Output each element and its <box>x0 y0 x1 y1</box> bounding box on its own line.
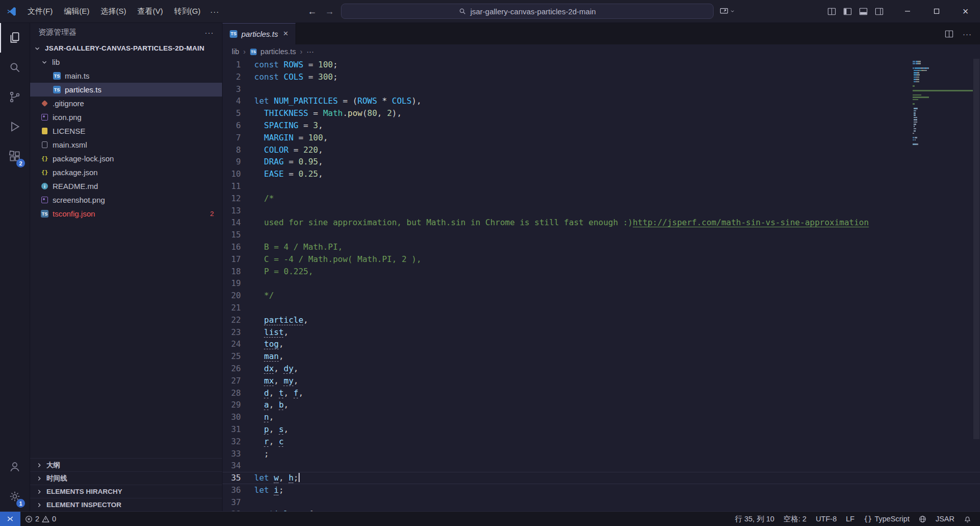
nav-back-button[interactable]: ← <box>306 6 317 17</box>
code-line-10[interactable]: 10 EASE = 0.25, <box>223 168 980 180</box>
globe-icon[interactable] <box>914 515 931 523</box>
code-line-7[interactable]: 7 MARGIN = 100, <box>223 132 980 144</box>
code-line-17[interactable]: 17 C = -4 / Math.pow( Math.PI, 2 ), <box>223 253 980 266</box>
settings-gear-icon[interactable]: 1 <box>0 482 30 511</box>
editor-more-button[interactable]: ··· <box>963 30 972 38</box>
tree-file-README.md[interactable]: iREADME.md <box>30 179 222 193</box>
code-line-35[interactable]: 35let w, h; <box>223 472 980 484</box>
code-line-28[interactable]: 28 d, t, f, <box>223 387 980 399</box>
source-control-icon[interactable] <box>0 82 30 112</box>
code-line-1[interactable]: 1const ROWS = 100; <box>223 59 980 71</box>
nav-forward-button[interactable]: → <box>324 6 335 17</box>
code-line-21[interactable]: 21 <box>223 302 980 314</box>
menu-more-button[interactable]: ··· <box>206 5 224 18</box>
code-line-3[interactable]: 3 <box>223 83 980 95</box>
menu-文件(F)[interactable]: 文件(F) <box>22 4 58 19</box>
remote-indicator[interactable] <box>0 512 20 526</box>
minimap[interactable] <box>913 61 973 146</box>
code-line-38[interactable]: 38particle = { <box>223 508 980 511</box>
command-center[interactable]: jsar-gallery-canvas-particles-2d-main <box>341 4 714 19</box>
code-line-36[interactable]: 36let i; <box>223 484 980 496</box>
tree-file-LICENSE[interactable]: LICENSE <box>30 124 222 138</box>
panel-时间线[interactable]: 时间线 <box>30 471 222 485</box>
cast-button[interactable] <box>720 8 735 15</box>
toggle-primary-sidebar-icon[interactable] <box>843 8 852 15</box>
code-line-22[interactable]: 22 particle, <box>223 314 980 326</box>
eol-sequence[interactable]: LF <box>841 515 859 523</box>
tab-particles-ts[interactable]: TS particles.ts × <box>223 23 296 44</box>
maximize-button[interactable] <box>922 0 951 22</box>
code-line-31[interactable]: 31 p, s, <box>223 423 980 436</box>
layout-columns-icon[interactable] <box>827 8 836 15</box>
code-line-14[interactable]: 14 used for sine approximation, but Math… <box>223 217 980 229</box>
code-line-19[interactable]: 19 <box>223 277 980 290</box>
code-line-24[interactable]: 24 tog, <box>223 338 980 350</box>
run-debug-icon[interactable] <box>0 112 30 141</box>
problems-status[interactable]: 2 0 <box>20 515 61 523</box>
menu-编辑(E)[interactable]: 编辑(E) <box>58 4 95 19</box>
code-line-8[interactable]: 8 COLOR = 220, <box>223 144 980 156</box>
breadcrumb-folder[interactable]: lib <box>232 47 239 56</box>
code-line-15[interactable]: 15 <box>223 229 980 241</box>
tab-close-icon[interactable]: × <box>283 29 288 39</box>
code-line-26[interactable]: 26 dx, dy, <box>223 363 980 375</box>
code-line-4[interactable]: 4let NUM_PARTICLES = (ROWS * COLS), <box>223 95 980 107</box>
code-line-16[interactable]: 16 B = 4 / Math.PI, <box>223 241 980 253</box>
code-line-33[interactable]: 33 ; <box>223 448 980 460</box>
tree-file-main.xsml[interactable]: main.xsml <box>30 138 222 152</box>
explorer-icon[interactable] <box>0 23 30 53</box>
menu-转到(G)[interactable]: 转到(G) <box>168 4 206 19</box>
tree-file-.gitignore[interactable]: .gitignore <box>30 97 222 110</box>
tree-file-particles.ts[interactable]: TSparticles.ts <box>30 83 222 97</box>
account-icon[interactable] <box>0 452 30 482</box>
code-line-6[interactable]: 6 SPACING = 3, <box>223 119 980 132</box>
tree-file-tsconfig.json[interactable]: TStsconfig.json2 <box>30 207 222 221</box>
code-line-30[interactable]: 30 n, <box>223 411 980 423</box>
menu-选择(S)[interactable]: 选择(S) <box>95 4 132 19</box>
extensions-icon[interactable]: 2 <box>0 141 30 171</box>
code-line-12[interactable]: 12 /* <box>223 193 980 205</box>
cursor-position[interactable]: 行 35, 列 10 <box>730 514 779 524</box>
code-line-18[interactable]: 18 P = 0.225, <box>223 266 980 278</box>
menu-查看(V)[interactable]: 查看(V) <box>132 4 168 19</box>
breadcrumb-file[interactable]: TS particles.ts <box>250 47 296 56</box>
code-line-11[interactable]: 11 <box>223 180 980 193</box>
code-line-23[interactable]: 23 list, <box>223 326 980 339</box>
toggle-secondary-sidebar-icon[interactable] <box>875 8 884 15</box>
code-line-9[interactable]: 9 DRAG = 0.95, <box>223 156 980 168</box>
minimize-button[interactable] <box>893 0 922 22</box>
panel-ELEMENT INSPECTOR[interactable]: ELEMENT INSPECTOR <box>30 498 222 511</box>
code-line-13[interactable]: 13 <box>223 205 980 217</box>
jsar-status[interactable]: JSAR <box>931 515 959 523</box>
code-line-25[interactable]: 25 man, <box>223 350 980 363</box>
indentation[interactable]: 空格: 2 <box>779 514 811 524</box>
tree-file-package-lock.json[interactable]: {}package-lock.json <box>30 152 222 165</box>
search-icon[interactable] <box>0 53 30 82</box>
tree-folder-lib[interactable]: lib <box>30 55 222 69</box>
tree-file-package.json[interactable]: {}package.json <box>30 165 222 179</box>
close-button[interactable]: × <box>951 0 980 22</box>
code-line-2[interactable]: 2const COLS = 300; <box>223 71 980 83</box>
code-line-20[interactable]: 20 */ <box>223 290 980 302</box>
split-editor-icon[interactable] <box>945 30 953 38</box>
tree-file-main.ts[interactable]: TSmain.ts <box>30 69 222 83</box>
notifications-bell-icon[interactable] <box>959 515 976 523</box>
code-line-5[interactable]: 5 THICKNESS = Math.pow(80, 2), <box>223 107 980 119</box>
encoding[interactable]: UTF-8 <box>811 515 841 523</box>
code-line-32[interactable]: 32 r, c <box>223 436 980 448</box>
code-line-29[interactable]: 29 a, b, <box>223 399 980 411</box>
tree-file-icon.png[interactable]: icon.png <box>30 110 222 124</box>
scrollbar-thumb[interactable] <box>973 59 979 439</box>
code-line-27[interactable]: 27 mx, my, <box>223 375 980 387</box>
panel-ELEMENTS HIRARCHY[interactable]: ELEMENTS HIRARCHY <box>30 485 222 498</box>
language-mode[interactable]: {} TypeScript <box>859 515 914 523</box>
explorer-more-button[interactable]: ··· <box>205 28 214 37</box>
folder-root[interactable]: JSAR-GALLERY-CANVAS-PARTICLES-2D-MAIN <box>30 41 222 55</box>
code-line-34[interactable]: 34 <box>223 460 980 472</box>
code-line-37[interactable]: 37 <box>223 496 980 509</box>
toggle-panel-icon[interactable] <box>859 8 868 15</box>
panel-大纲[interactable]: 大纲 <box>30 458 222 471</box>
code-editor[interactable]: 1const ROWS = 100;2const COLS = 300;34le… <box>223 59 980 511</box>
breadcrumb-symbol[interactable]: ··· <box>307 47 314 56</box>
vertical-scrollbar[interactable] <box>973 59 980 511</box>
